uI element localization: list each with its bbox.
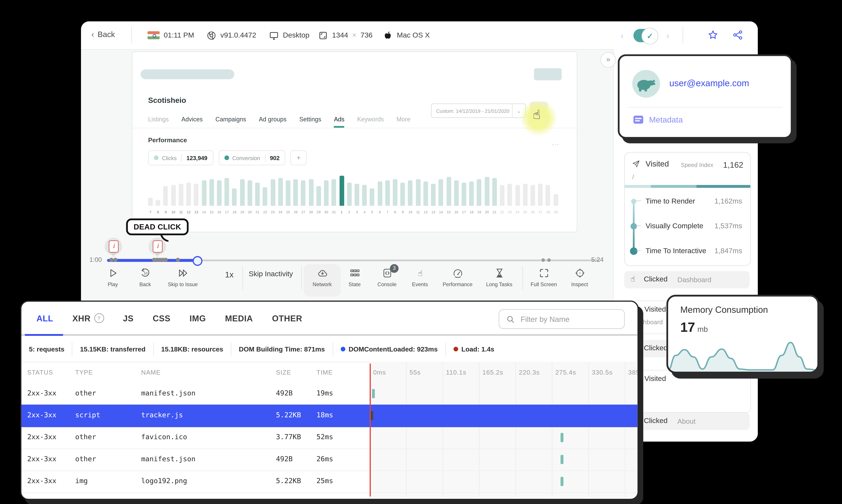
chart-bar [148,198,153,206]
share-icon[interactable] [732,30,743,40]
session-topbar: ‹Back 01:11 PM v91.0.4472 Desktop [81,21,758,50]
long-tasks-button[interactable]: Long Tasks [481,264,518,296]
pointer-cursor-icon: ☝ [533,108,541,122]
network-tab-xhr[interactable]: XHR? [72,313,104,323]
page-tab-ad-groups[interactable]: Ad groups [259,116,286,128]
page-tab-campaigns[interactable]: Campaigns [215,116,246,128]
cell-size: 492B [276,455,293,463]
skip-to-issue-button[interactable]: Skip to Issue [164,264,201,296]
network-tab-media[interactable]: MEDIA [225,313,253,323]
column-header-time[interactable]: TIME [317,369,333,376]
speed-button[interactable]: 1x [225,270,234,279]
network-row[interactable]: 2xx-3xxscripttracker.js5.22KB18ms [21,404,638,427]
page-tab-ads[interactable]: Ads [334,116,344,128]
metric-label: Visually Complete [646,222,703,230]
cell-time: 25ms [317,477,333,485]
rhino-icon [633,71,660,97]
next-session-chevron-icon[interactable]: › [666,31,669,40]
divider [181,154,182,162]
page-tab-settings[interactable]: Settings [299,116,321,128]
add-metric-button[interactable]: + [290,150,307,165]
stat-label: 15.18KB: resources [161,345,223,352]
timeline-event-dot[interactable] [176,258,180,262]
chart-x-label: 15 [208,211,216,214]
prev-session-chevron-icon[interactable]: ‹ [621,31,624,40]
issue-marker[interactable]: i [105,237,122,259]
network-tab-css[interactable]: CSS [153,313,171,323]
event-clicked[interactable]: ☝ClickedDashboard [624,271,750,288]
state-button[interactable]: State [336,264,373,296]
inspect-button[interactable]: Inspect [561,264,598,296]
date-range-select[interactable]: Custom: 14/12/2019 - 21/01/2020 ⌄ [431,104,526,118]
dead-click-label: DEAD CLICK [134,222,181,231]
control-label: Network [313,282,332,287]
timeline-knob[interactable] [193,256,202,266]
speed-segment [651,185,696,188]
event-clicked[interactable]: ☝ClickedAbout [624,413,750,430]
page-tab-advices[interactable]: Advices [181,116,202,128]
control-label: Events [412,282,428,287]
network-tabs: ALLXHR?JSCSSIMGMEDIAOTHER [36,313,302,323]
event-visited[interactable]: Visited [624,370,751,413]
filter-input[interactable] [520,314,624,324]
timeline-event-dot[interactable] [547,258,551,262]
metadata-label: Metadata [649,115,683,124]
chart-x-label: 27 [299,211,307,214]
metric-value: 1,162ms [715,197,742,205]
skip-inactivity-button[interactable]: Skip Inactivity [249,270,293,278]
divider [628,107,783,107]
collapse-sidebar-button[interactable]: » [601,52,616,68]
event-label: Clicked [644,417,667,425]
page-tab-keywords[interactable]: Keywords [357,116,384,128]
cell-status: 2xx-3xx [27,477,56,485]
network-stat: Load: 1.4s [446,342,502,356]
metric-chip-conversion[interactable]: Conversion902 [218,150,285,165]
column-header-type[interactable]: TYPE [75,369,93,376]
back-button[interactable]: ‹Back [91,30,115,39]
help-icon[interactable]: ? [94,313,104,323]
page-tab-listings[interactable]: Listings [148,116,168,128]
chart-bar [454,180,459,206]
metric-dot [630,223,637,229]
timeline-track[interactable] [107,259,600,261]
metadata-button[interactable]: Metadata [633,115,683,124]
user-email[interactable]: user@example.com [669,78,749,89]
network-tab-img[interactable]: IMG [190,313,206,323]
page-title: Scotisheio [148,96,186,105]
desktop-icon [269,30,279,40]
network-tab-js[interactable]: JS [123,313,133,323]
events-button[interactable]: ☝Events [401,264,438,296]
chart-bar [186,183,191,206]
network-tab-all[interactable]: ALL [36,313,53,323]
performance-button[interactable]: Performance [439,264,476,296]
divider [301,267,302,290]
network-row[interactable]: 2xx-3xximglogo192.png5.22KB25ms [21,470,638,493]
column-header-name[interactable]: NAME [141,369,161,376]
chart-bar [332,179,336,206]
tab-label: OTHER [272,313,302,323]
chart-bar [362,185,367,206]
apple-icon [383,30,393,40]
cell-type: other [75,433,96,441]
network-row[interactable]: 2xx-3xxothermanifest.json492B26ms [21,448,638,471]
console-button[interactable]: Console3 [369,264,406,296]
star-icon[interactable] [707,30,718,40]
autoplay-toggle[interactable]: ✓ [633,29,658,42]
column-header-status[interactable]: STATUS [27,369,53,376]
chart-x-label: 27 [536,211,544,214]
network-row[interactable]: 2xx-3xxothermanifest.json492B19ms [21,383,638,405]
chart-bar [500,185,504,206]
timeline-event-dot[interactable] [541,258,545,262]
session-locale: 01:11 PM [147,21,194,49]
play-button[interactable]: Play [94,264,131,296]
stat-dot [453,346,458,351]
back-button[interactable]: 10Back [127,264,164,296]
page-tab-more[interactable]: More [397,116,410,128]
column-header-size[interactable]: SIZE [276,369,291,376]
network-row[interactable]: 2xx-3xxotherfavicon.ico3.77KB52ms [21,427,638,449]
network-button[interactable]: Network [304,264,341,296]
chart-bar [355,184,359,206]
metric-chip-clicks[interactable]: Clicks123,949 [148,150,213,165]
full-screen-button[interactable]: Full Screen [525,264,562,296]
network-tab-other[interactable]: OTHER [272,313,302,323]
